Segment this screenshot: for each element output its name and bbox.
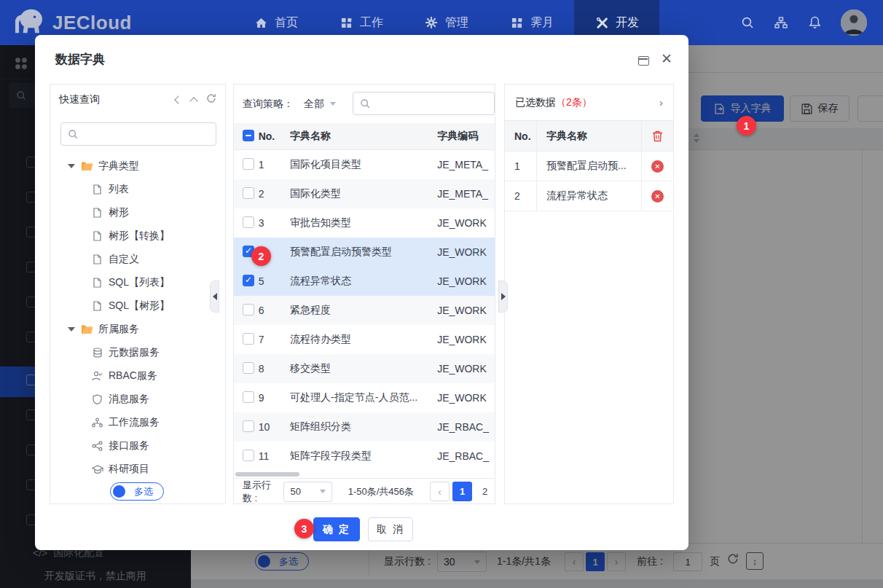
row-checkbox[interactable] — [243, 420, 254, 432]
tree-item[interactable]: 树形【转换】 — [50, 224, 225, 248]
annotation-step-1: 1 — [737, 116, 756, 136]
doc-icon — [91, 254, 103, 265]
row-checkbox[interactable] — [243, 187, 254, 199]
page-number[interactable]: 2 — [475, 482, 495, 501]
table-row[interactable]: 5流程异常状态JE_WORK — [234, 267, 495, 296]
dictionary-tree: 字典类型列表树形树形【转换】自定义SQL【列表】SQL【树形】所属服务元数据服务… — [50, 154, 225, 481]
row-dictionary-code: JE_WORK — [437, 246, 495, 258]
selected-row-no: 2 — [505, 181, 537, 211]
tree-item[interactable]: 所属服务 — [50, 318, 225, 341]
caret-down-icon[interactable] — [68, 164, 75, 168]
annotation-step-3: 3 — [294, 519, 314, 538]
dictionary-search-input[interactable] — [375, 98, 469, 109]
refresh-icon[interactable] — [206, 93, 216, 106]
collapse-handle-left[interactable] — [210, 281, 219, 313]
confirm-button[interactable]: 确 定 — [313, 517, 360, 541]
row-checkbox[interactable] — [243, 362, 254, 374]
grid-icon — [509, 15, 524, 30]
row-checkbox[interactable] — [243, 304, 254, 315]
caret-down-icon[interactable] — [68, 327, 75, 332]
table-row[interactable]: 2国际化类型JE_META_ — [234, 179, 495, 208]
close-icon[interactable]: ✕ — [659, 51, 675, 67]
tree-item[interactable]: 列表 — [50, 178, 225, 201]
tree-item[interactable]: 树形 — [50, 201, 225, 224]
row-dictionary-code: JE_WORK — [437, 392, 495, 404]
rows-per-page-select[interactable]: 50 — [283, 482, 331, 502]
table-row[interactable]: 11矩阵字段字段类型JE_RBAC_ — [234, 442, 495, 471]
tree-item[interactable]: SQL【树形】 — [50, 294, 225, 318]
horizontal-scrollbar[interactable] — [235, 472, 493, 477]
strategy-value[interactable]: 全部 — [304, 98, 324, 111]
tree-item[interactable]: 消息服务 — [50, 388, 225, 411]
tree-item[interactable]: 元数据服务 — [50, 341, 225, 364]
row-no: 3 — [259, 217, 290, 229]
chevron-right-icon[interactable]: › — [659, 96, 663, 109]
tree-search-input[interactable] — [83, 129, 187, 140]
modal-title: 数据字典 — [55, 51, 105, 68]
tree-item[interactable]: 字典类型 — [50, 154, 225, 178]
org-chart-icon[interactable] — [774, 15, 788, 30]
avatar[interactable] — [841, 9, 867, 36]
row-no: 6 — [259, 305, 290, 316]
table-row[interactable]: 9可处理人-指定节点-人员范...JE_WORK — [234, 383, 495, 412]
row-checkbox[interactable] — [243, 275, 254, 286]
row-dictionary-name: 流程待办类型 — [290, 333, 437, 346]
navbar-actions — [740, 9, 883, 36]
delete-all-icon[interactable] — [642, 121, 673, 151]
table-row[interactable]: 7流程待办类型JE_WORK — [234, 325, 495, 354]
tree-item[interactable]: 科研项目 — [50, 458, 225, 481]
quick-query-header: 快速查询 — [50, 85, 225, 115]
row-checkbox[interactable] — [243, 450, 254, 461]
bell-icon[interactable] — [807, 15, 822, 30]
row-no: 10 — [259, 421, 290, 433]
tree-item[interactable]: 接口服务 — [50, 434, 225, 458]
tree-item[interactable]: RBAC服务 — [50, 364, 225, 388]
table-row[interactable]: 3审批告知类型JE_WORK — [234, 208, 495, 238]
row-checkbox[interactable] — [243, 391, 254, 403]
select-all-checkbox[interactable] — [243, 130, 254, 141]
row-no: 1 — [259, 159, 290, 170]
row-checkbox[interactable] — [243, 333, 254, 345]
tree-item-label: 元数据服务 — [109, 346, 160, 359]
collapse-up-icon[interactable] — [189, 97, 197, 105]
tree-item-label: SQL【树形】 — [109, 299, 170, 313]
quick-query-title: 快速查询 — [59, 93, 100, 106]
maximize-icon[interactable] — [638, 56, 649, 66]
row-checkbox[interactable] — [243, 158, 254, 170]
doc-icon — [91, 184, 103, 195]
tree-search-box[interactable] — [60, 122, 216, 146]
row-no: 11 — [259, 450, 290, 462]
table-row[interactable]: 8移交类型JE_WORK — [234, 354, 495, 383]
search-icon — [68, 129, 78, 139]
row-no: 2 — [259, 188, 290, 200]
table-row[interactable]: 6紧急程度JE_WORK — [234, 296, 495, 325]
scrollbar-thumb[interactable] — [235, 472, 299, 477]
tree-item[interactable]: 工作流服务 — [50, 411, 225, 434]
remove-icon[interactable]: ✕ — [651, 190, 664, 203]
tree-multi-select-toggle[interactable]: 多选 — [110, 482, 164, 501]
chevron-down-icon[interactable] — [330, 102, 336, 106]
tree-item[interactable]: SQL【列表】 — [50, 271, 225, 294]
tree-item[interactable]: 自定义 — [50, 248, 225, 271]
column-name: 字典名称 — [537, 121, 642, 151]
row-dictionary-code: JE_RBAC_ — [437, 421, 495, 433]
selected-table: No. 字典名称 1预警配置启动预...✕2流程异常状态✕ — [505, 121, 673, 211]
collapse-left-icon[interactable] — [174, 95, 182, 103]
selected-row-no: 1 — [505, 152, 537, 181]
table-row[interactable]: 10矩阵组织分类JE_RBAC_ — [234, 412, 495, 442]
shield-icon — [91, 393, 103, 405]
column-name: 字典名称 — [290, 130, 437, 143]
table-row[interactable]: 4预警配置启动预警类型JE_WORK — [234, 238, 495, 267]
brand[interactable]: JECloud — [0, 7, 168, 38]
doc-icon — [91, 230, 103, 242]
row-checkbox[interactable] — [243, 216, 254, 228]
search-icon[interactable] — [740, 15, 755, 30]
collapse-handle-right[interactable] — [498, 281, 508, 313]
tree-item-label: SQL【列表】 — [109, 276, 170, 289]
cancel-button[interactable]: 取 消 — [368, 517, 413, 541]
remove-icon[interactable]: ✕ — [651, 160, 664, 173]
dictionary-search-box[interactable] — [353, 92, 495, 115]
table-row[interactable]: 1国际化项目类型JE_META_ — [234, 150, 495, 179]
prev-page-button[interactable]: ‹ — [430, 482, 450, 501]
page-number[interactable]: 1 — [452, 482, 472, 501]
